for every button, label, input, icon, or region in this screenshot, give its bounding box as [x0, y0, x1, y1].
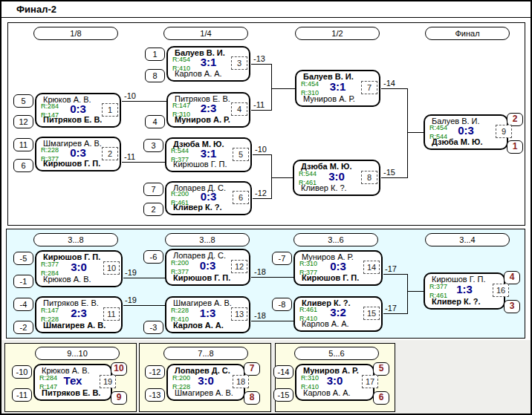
match-box-14[interactable]: Муниров А. Р.R:310-7Кирюшов Г. П.R:3770:…: [293, 250, 383, 286]
match-box-18[interactable]: Лопарев Д. С.R:200-127Шмагирев А. В.R:22…: [166, 364, 245, 401]
match-box-3[interactable]: Балуев В. И.R:4541Карлов А. А.R:41083:13: [166, 46, 250, 82]
match-number: 4: [231, 102, 247, 116]
round-header: 1/8: [33, 27, 118, 40]
seed-badge: -8: [272, 298, 292, 311]
seed-badge: -6: [143, 250, 163, 264]
match-box-16[interactable]: Кирюшов Г. П.R:3774Кливер К. ?.R:46131:3…: [424, 272, 505, 310]
loser-dest-label: -18: [254, 267, 266, 276]
match-number: 12: [231, 260, 247, 273]
round-header: 1/4: [163, 27, 248, 40]
seed-badge: -15: [273, 388, 293, 402]
round-header: 3...4: [425, 233, 510, 246]
place-badge: 7: [244, 362, 260, 376]
loser-dest-label: -10: [124, 91, 136, 100]
round-header: 3...6: [293, 233, 378, 246]
match-box-19[interactable]: Крюков А. В.R:284-1010Питряков Е. В.R:14…: [33, 364, 112, 401]
place-badge: 5: [373, 362, 389, 376]
loser-dest-label: -15: [383, 168, 395, 177]
seed-badge: 1: [145, 48, 165, 61]
match-box-8[interactable]: Дзюба М. Ю.R:544Кливер К. ?.R:4613:08: [293, 160, 380, 196]
match-number: 14: [363, 261, 380, 274]
match-box-12[interactable]: Лопарев Д. С.R:200-6Кирюшов Г. П.R:3770:…: [165, 249, 250, 286]
match-number: 8: [361, 171, 377, 184]
seed-badge: 12: [13, 115, 33, 128]
loser-dest-label: -11: [124, 152, 135, 161]
seed-badge: -2: [13, 321, 33, 334]
place-badge: 9: [111, 391, 127, 405]
match-box-2[interactable]: Шмагирев А. В.R:22811Кирюшов Г. П.R:3776…: [35, 137, 121, 171]
place-badge: 8: [244, 391, 260, 405]
place-badge: 3: [504, 300, 520, 313]
seed-badge: -3: [143, 321, 163, 334]
seed-badge: -10: [12, 365, 32, 379]
app-window: Финал-2 1/81/41/2Финал3...83...83...63..…: [0, 0, 532, 415]
match-score: 0:3: [425, 124, 507, 137]
loser-dest-label: -18: [254, 311, 266, 320]
place-badge: 10: [111, 362, 127, 376]
match-box-9[interactable]: Балуев В. И.R:4542Дзюба М. Ю.R:54410:39: [424, 114, 508, 150]
match-number: 3: [231, 56, 247, 70]
match-number: 10: [103, 261, 120, 275]
match-number: 16: [493, 284, 509, 297]
match-box-11[interactable]: Питряков Е. В.R:147-4Шмагирев А. В.R:228…: [35, 296, 123, 333]
match-box-1[interactable]: Крюков А. В.R:2845Питряков Е. В.R:147120…: [35, 93, 121, 128]
round-header: 7...8: [163, 347, 248, 360]
match-number: 15: [363, 307, 380, 320]
seed-badge: 2: [143, 203, 163, 216]
loser-dest-label: -13: [253, 54, 265, 63]
match-number: 1: [102, 103, 118, 117]
match-number: 17: [362, 375, 378, 388]
match-box-13[interactable]: Шмагирев А. В.R:228Карлов А. А.R:410-31:…: [165, 296, 250, 333]
round-header: 1/2: [295, 27, 380, 40]
seed-badge: -14: [273, 365, 293, 379]
loser-dest-label: -17: [385, 304, 397, 313]
match-number: 5: [233, 148, 249, 161]
match-box-10[interactable]: Кирюшов Г. П.R:377-5Крюков А. В.R:284-13…: [35, 250, 123, 287]
seed-badge: 8: [145, 69, 165, 82]
title-bar: Финал-2: [1, 1, 531, 18]
seed-badge: -1: [13, 275, 33, 288]
place-badge: 6: [373, 391, 389, 405]
match-number: 6: [233, 191, 249, 204]
match-box-7[interactable]: Балуев В. И.R:454Муниров А. Р.R:3103:17: [295, 70, 380, 107]
seed-badge: -7: [272, 252, 292, 265]
match-box-5[interactable]: Дзюба М. Ю.R:5443Кирюшов Г. П.R:3773:15: [165, 137, 252, 172]
round-header: 3...8: [33, 233, 118, 246]
seed-badge: -11: [12, 388, 32, 402]
match-number: 13: [231, 307, 247, 321]
seed-badge: 3: [143, 139, 163, 152]
seed-badge: 7: [143, 183, 163, 196]
seed-badge: 6: [13, 159, 33, 172]
match-number: 11: [103, 307, 120, 321]
loser-dest-label: -17: [385, 264, 397, 273]
place-badge: 1: [507, 140, 523, 154]
seed-badge: -5: [13, 252, 33, 265]
match-box-4[interactable]: Питряков Е. В.R:147Муниров А. Р.R:31042:…: [166, 92, 250, 128]
round-header: 5...6: [294, 347, 379, 360]
match-box-17[interactable]: Муниров А. Р.R:310-145Карлов А. А.R:410-…: [295, 364, 374, 401]
loser-dest-label: -14: [383, 79, 395, 88]
match-number: 19: [100, 375, 116, 388]
place-badge: 4: [504, 271, 520, 284]
loser-dest-label: -19: [125, 295, 137, 304]
round-header: 9...10: [35, 347, 120, 360]
seed-badge: -4: [13, 298, 33, 311]
window-title: Финал-2: [16, 4, 56, 15]
match-number: 2: [102, 147, 118, 160]
loser-dest-label: -12: [255, 189, 267, 197]
match-box-6[interactable]: Лопарев Д. С.R:2007Кливер К. ?.R:46120:3…: [165, 181, 252, 215]
loser-dest-label: -10: [255, 145, 267, 154]
round-header: Финал: [425, 27, 510, 40]
match-number: 18: [233, 375, 249, 388]
loser-dest-label: -19: [125, 268, 137, 277]
seed-badge: -12: [145, 365, 165, 379]
match-number: 7: [361, 81, 377, 94]
match-box-15[interactable]: Кливер К. ?.R:461-8Карлов А. А.R:4103:21…: [293, 296, 383, 332]
loser-dest-label: -11: [253, 100, 265, 109]
round-header: 3...8: [165, 233, 250, 246]
seed-badge: 11: [13, 138, 33, 151]
seed-badge: 5: [13, 94, 33, 108]
match-number: 9: [496, 125, 512, 138]
seed-badge: -13: [145, 388, 165, 402]
seed-badge: 4: [145, 115, 165, 128]
